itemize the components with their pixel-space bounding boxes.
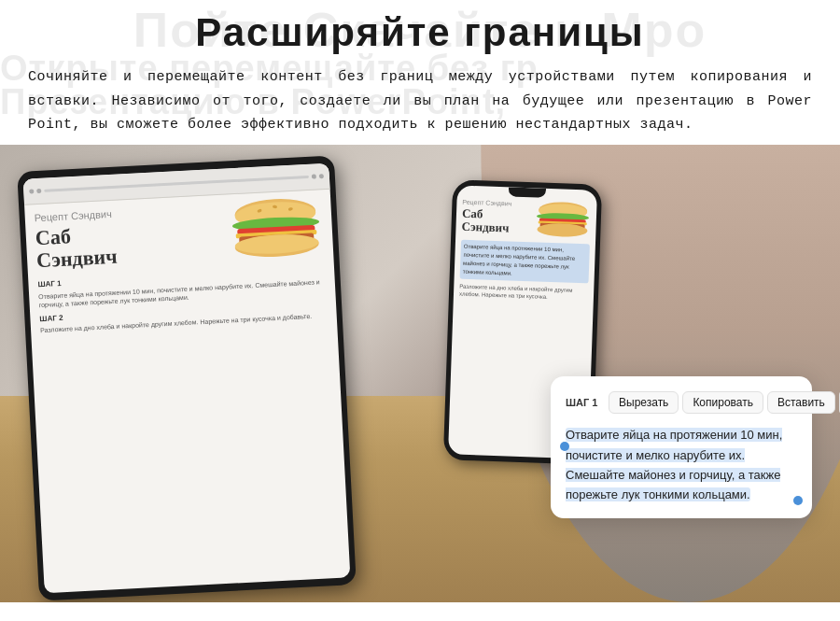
paste-button[interactable]: Вставить (767, 391, 835, 414)
description-text: Сочиняйте и перемещайте контент без гран… (28, 65, 812, 137)
copy-button[interactable]: Копировать (682, 391, 763, 414)
tablet-content: Рецепт Сэндвич (24, 190, 338, 347)
popup-text-content: Отварите яйца на протяжении 10 мин, почи… (566, 425, 797, 505)
phone-sandwich-svg (534, 200, 591, 239)
header-section: Расширяйте границы Сочиняйте и перемещай… (0, 0, 840, 145)
page-wrapper: Пойте Скачайте и Mpo Открыте перемещайте… (0, 0, 840, 621)
toolbar-dot-2 (36, 189, 41, 193)
highlighted-text: Отварите яйца на протяжении 10 мин, почи… (566, 428, 782, 501)
tablet-device: Рецепт Сэндвич (17, 155, 357, 600)
popup-toolbar: ШАГ 1 Вырезать Копировать Вставить ⋮ (566, 389, 797, 416)
toolbar-dot-4 (319, 174, 324, 178)
toolbar-line (44, 176, 309, 192)
tablet-screen: Рецепт Сэндвич (23, 163, 351, 594)
image-section: Рецепт Сэндвич (0, 145, 840, 602)
main-title: Расширяйте границы (28, 9, 812, 56)
phone-highlighted-area: Отварите яйца на протяжении 10 мин, почи… (460, 239, 590, 283)
toolbar-dot-1 (29, 189, 34, 193)
cut-button[interactable]: Вырезать (609, 391, 679, 414)
popup-step-label: ШАГ 1 (566, 397, 599, 408)
phone-notch (509, 187, 546, 197)
context-menu-popup: ШАГ 1 Вырезать Копировать Вставить ⋮ Отв… (551, 376, 812, 518)
phone-content: Рецепт Сэндвич Саб Сэндвич (454, 185, 597, 308)
toolbar-dot-3 (312, 174, 316, 178)
selection-cursor-right (793, 496, 803, 505)
tablet-sandwich-svg (228, 193, 325, 263)
